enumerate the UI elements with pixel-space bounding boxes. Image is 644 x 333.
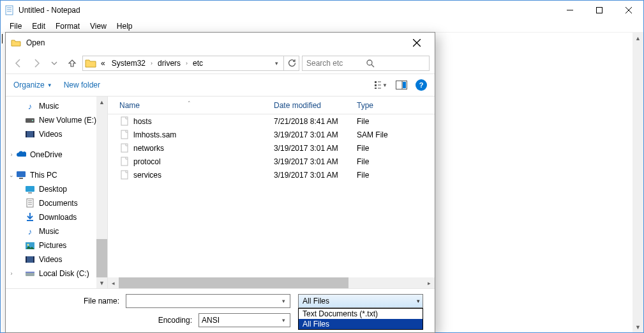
scroll-right-icon[interactable]: ▸ (424, 277, 435, 288)
filename-input[interactable]: ▾ (126, 294, 290, 308)
tree-scrollbar[interactable]: ▲ ▼ (96, 97, 107, 288)
tree-item-desktop[interactable]: Desktop (6, 182, 107, 196)
svg-rect-41 (26, 272, 34, 273)
titlebar: Untitled - Notepad (1, 1, 643, 20)
recent-locations-button[interactable] (47, 56, 62, 71)
music-icon: ♪ (25, 101, 35, 111)
minimize-button[interactable] (555, 1, 585, 20)
expand-icon[interactable]: › (8, 270, 15, 277)
menu-file[interactable]: File (4, 20, 27, 32)
tree-item-local-disk[interactable]: ›Local Disk (C:) (6, 267, 107, 281)
address-bar[interactable]: « System32 › drivers › etc ▾ (82, 56, 299, 71)
dropdown-icon[interactable]: ▾ (278, 315, 288, 325)
up-button[interactable] (64, 56, 80, 71)
svg-rect-27 (19, 178, 23, 179)
close-button[interactable] (614, 1, 643, 20)
help-button[interactable]: ? (416, 79, 427, 91)
tree-item-music[interactable]: ♪Music (6, 224, 107, 238)
maximize-button[interactable] (585, 1, 614, 20)
encoding-select[interactable]: ANSI ▾ (198, 313, 290, 327)
sort-indicator-icon: ˄ (188, 100, 191, 107)
back-button[interactable] (11, 56, 26, 71)
breadcrumb-etc[interactable]: etc (190, 59, 206, 68)
svg-rect-14 (375, 88, 377, 89)
column-date[interactable]: Date modified (274, 101, 357, 110)
svg-rect-29 (28, 192, 32, 194)
filename-dropdown-button[interactable]: ▾ (278, 296, 288, 306)
file-row[interactable]: services3/19/2017 3:01 AMFile (108, 168, 435, 182)
forward-button[interactable] (29, 56, 44, 71)
scroll-down-icon[interactable]: ▼ (96, 277, 107, 288)
filter-option-txt[interactable]: Text Documents (*.txt) (299, 309, 423, 319)
menu-edit[interactable]: Edit (27, 20, 50, 32)
file-name: services (133, 171, 161, 180)
file-type: File (357, 117, 408, 126)
file-type-filter[interactable]: All Files ▾ (298, 294, 423, 308)
file-name: hosts (133, 117, 152, 126)
svg-rect-23 (26, 131, 34, 137)
new-folder-button[interactable]: New folder (64, 81, 100, 89)
expand-icon[interactable]: › (8, 151, 15, 158)
this-pc-icon (16, 170, 26, 180)
collapse-icon[interactable]: ⌄ (8, 172, 15, 178)
organize-button[interactable]: Organize▼ (13, 81, 52, 89)
breadcrumb-drivers[interactable]: drivers (155, 59, 183, 68)
address-row: « System32 › drivers › etc ▾ Search etc (6, 53, 435, 74)
scroll-up-icon[interactable]: ▲ (633, 33, 643, 43)
tree-item-music[interactable]: ♪Music (6, 99, 107, 113)
svg-rect-24 (26, 131, 27, 137)
column-type[interactable]: Type (357, 101, 408, 110)
svg-rect-43 (121, 130, 128, 139)
preview-pane-button[interactable] (395, 79, 408, 91)
file-row[interactable]: protocol3/19/2017 3:01 AMFile (108, 155, 435, 168)
tree-item-documents[interactable]: Documents (6, 196, 107, 210)
file-list: Name˄ Date modified Type hosts7/21/2018 … (108, 97, 435, 288)
file-row[interactable]: networks3/19/2017 3:01 AMFile (108, 141, 435, 155)
svg-rect-45 (121, 157, 128, 166)
file-type: File (357, 171, 408, 180)
scrollbar-thumb[interactable] (119, 277, 348, 288)
dialog-body: ♪Music New Volume (E:) Videos ›OneDrive … (6, 97, 435, 288)
filter-option-all[interactable]: All Files (299, 319, 423, 329)
onedrive-icon (16, 150, 26, 160)
svg-rect-37 (26, 256, 34, 263)
menu-format[interactable]: Format (50, 20, 85, 32)
notepad-scrollbar[interactable]: ▲ ▼ (633, 33, 643, 332)
drive-icon (25, 115, 35, 125)
svg-line-11 (371, 65, 374, 67)
videos-icon (25, 254, 35, 265)
list-scrollbar[interactable]: ◂ ▸ (108, 277, 435, 288)
scroll-down-icon[interactable]: ▼ (633, 321, 643, 332)
column-headers: Name˄ Date modified Type (108, 97, 435, 114)
refresh-button[interactable] (283, 56, 299, 71)
navigation-tree: ♪Music New Volume (E:) Videos ›OneDrive … (6, 97, 108, 288)
column-name[interactable]: Name˄ (108, 101, 274, 110)
tree-item-this-pc[interactable]: ⌄This PC (6, 168, 107, 182)
svg-rect-38 (26, 256, 27, 263)
search-input[interactable]: Search etc (302, 56, 430, 71)
svg-rect-5 (597, 8, 603, 13)
tree-item-videos[interactable]: Videos (6, 127, 107, 141)
tree-item-videos[interactable]: Videos (6, 252, 107, 267)
menu-help[interactable]: Help (112, 20, 138, 32)
videos-icon (25, 129, 35, 139)
breadcrumb-system32[interactable]: System32 (109, 59, 148, 68)
tree-item-pictures[interactable]: Pictures (6, 238, 107, 252)
tree-item-new-volume[interactable]: New Volume (E:) (6, 113, 107, 127)
scrollbar-thumb[interactable] (96, 239, 107, 277)
svg-rect-20 (403, 82, 406, 88)
scroll-left-icon[interactable]: ◂ (108, 277, 119, 288)
address-dropdown-button[interactable]: ▾ (271, 60, 282, 66)
tree-item-onedrive[interactable]: ›OneDrive (6, 148, 107, 162)
scroll-up-icon[interactable]: ▲ (96, 97, 107, 107)
open-dialog: Open « System32 › drivers › etc ▾ Search… (5, 32, 435, 333)
svg-point-36 (27, 244, 29, 245)
svg-point-22 (32, 120, 33, 121)
dialog-close-button[interactable] (404, 33, 430, 53)
file-row[interactable]: hosts7/21/2018 8:41 AMFile (108, 114, 435, 128)
view-options-button[interactable]: ▼ (375, 79, 387, 91)
tree-item-downloads[interactable]: Downloads (6, 210, 107, 224)
breadcrumb-prefix[interactable]: « (98, 59, 108, 68)
menu-view[interactable]: View (85, 20, 112, 32)
file-row[interactable]: lmhosts.sam3/19/2017 3:01 AMSAM File (108, 128, 435, 141)
